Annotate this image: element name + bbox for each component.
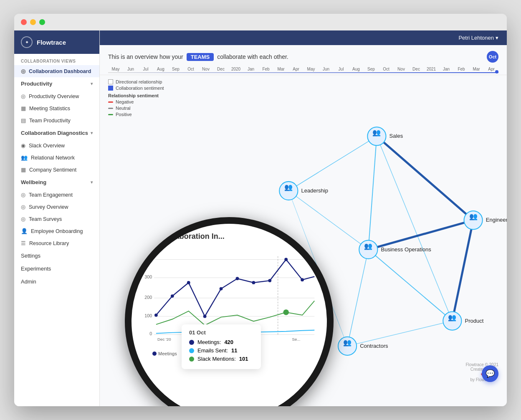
node-leadership-label: Leadership bbox=[301, 187, 328, 194]
timeline-line bbox=[108, 72, 498, 73]
sidebar-item-slack-overview[interactable]: ◉ Slack Overview bbox=[14, 139, 99, 152]
survey-overview-label: Survey Overview bbox=[29, 204, 68, 210]
sidebar-item-productivity-overview[interactable]: ◎ Productivity Overview bbox=[14, 90, 99, 102]
resource-library-label: Resource Library bbox=[29, 240, 69, 246]
content-area: This is an overview how your TEAMS colla… bbox=[100, 45, 507, 406]
meetings-dot-9 bbox=[284, 258, 288, 261]
chat-button[interactable]: 💬 bbox=[482, 365, 498, 382]
productivity-group-header[interactable]: Productivity ▾ bbox=[14, 77, 99, 90]
sidebar-item-survey-overview[interactable]: ◎ Survey Overview bbox=[14, 201, 99, 213]
user-menu-chevron: ▾ bbox=[496, 35, 498, 41]
timeline-months: MayJunJulAugSepOctNovDec2020JanFebMarApr… bbox=[108, 67, 498, 71]
edge-engineering-businessops-thick bbox=[368, 220, 473, 249]
timeline-month: Jun bbox=[123, 67, 138, 71]
maximize-button[interactable] bbox=[39, 19, 45, 25]
sidebar-item-team-engagement[interactable]: ◎ Team Engagement bbox=[14, 189, 99, 201]
traffic-lights bbox=[21, 19, 45, 25]
slack-overview-icon: ◉ bbox=[21, 142, 25, 149]
magnifier: Team Collaboration In... 400 300 200 100… bbox=[125, 217, 334, 406]
tooltip-meetings-dot bbox=[189, 340, 194, 345]
timeline-month: Jul bbox=[138, 67, 153, 71]
slack-overview-label: Slack Overview bbox=[29, 143, 65, 149]
employee-onboarding-label: Employee Onboarding bbox=[31, 228, 83, 234]
sidebar-item-meeting-statistics[interactable]: ▦ Meeting Statistics bbox=[14, 102, 99, 114]
close-button[interactable] bbox=[21, 19, 27, 25]
collab-dashboard-icon: ◎ bbox=[21, 68, 25, 74]
slack-highlight-dot bbox=[283, 309, 289, 315]
collab-diagnostics-chevron: ▾ bbox=[91, 131, 93, 135]
x-label-sep: Se... bbox=[292, 337, 301, 342]
meetings-dot-5 bbox=[220, 287, 223, 291]
magnifier-glass: Team Collaboration In... 400 300 200 100… bbox=[125, 217, 334, 406]
legend-collaboration-row: Collaboration sentiment bbox=[108, 86, 164, 91]
meeting-statistics-icon: ▦ bbox=[21, 105, 26, 111]
sidebar-item-company-sentiment[interactable]: ▦ Company Sentiment bbox=[14, 164, 99, 176]
settings-label: Settings bbox=[21, 253, 40, 259]
edge-engineering-product-thick bbox=[452, 220, 473, 321]
negative-label: Negative bbox=[116, 99, 134, 104]
sidebar-item-admin[interactable]: Admin bbox=[14, 275, 99, 288]
collab-diagnostics-group-header[interactable]: Collaboration Diagnostics ▾ bbox=[14, 127, 99, 139]
sidebar-item-relational-network[interactable]: 👥 Relational Network bbox=[14, 152, 99, 164]
timeline-month: Mar bbox=[273, 67, 288, 71]
timeline-month: Dec bbox=[409, 67, 424, 71]
legend-area: Directional relationship Collaboration s… bbox=[108, 79, 164, 118]
directional-checkbox[interactable] bbox=[108, 79, 113, 84]
minimize-button[interactable] bbox=[30, 19, 36, 25]
collab-diagnostics-label: Collaboration Diagnostics bbox=[21, 130, 88, 136]
legend-positive-row: Positive bbox=[108, 112, 164, 117]
meetings-line bbox=[156, 260, 314, 316]
overview-text-after: collaborate with each other. bbox=[217, 53, 288, 60]
edge-businessops-product bbox=[368, 250, 452, 321]
tooltip-slack-value: 101 bbox=[239, 356, 248, 362]
main-content: Petri Lehtonen ▾ This is an overview how… bbox=[100, 30, 507, 406]
timeline-month: May bbox=[108, 67, 123, 71]
sidebar-item-collab-dashboard[interactable]: ◎ Collaboration Dashboard bbox=[14, 65, 99, 77]
y-label-400: 400 bbox=[144, 256, 152, 261]
negative-dot bbox=[108, 101, 113, 103]
timeline-month: Sep bbox=[168, 67, 183, 71]
sidebar-item-settings[interactable]: Settings bbox=[14, 249, 99, 262]
sidebar-item-resource-library[interactable]: ☰ Resource Library bbox=[14, 237, 99, 249]
wellbeing-group-header[interactable]: Wellbeing ▾ bbox=[14, 176, 99, 189]
legend-negative-row: Negative bbox=[108, 99, 164, 104]
sidebar-item-team-productivity[interactable]: ▤ Team Productivity bbox=[14, 114, 99, 127]
team-surveys-icon: ◎ bbox=[21, 216, 25, 222]
timeline-month: Jul bbox=[334, 67, 349, 71]
collaboration-label: Collaboration sentiment bbox=[116, 86, 164, 91]
edge-businessops-contractors bbox=[347, 250, 368, 346]
timeline-month: Aug bbox=[349, 67, 364, 71]
app-body: ✦ Flowtrace COLLABORATION VIEWS ◎ Collab… bbox=[14, 30, 507, 406]
directional-label: Directional relationship bbox=[116, 79, 162, 84]
tooltip-emails-row: Emails Sent: 11 bbox=[189, 347, 253, 354]
timeline-bar: MayJunJulAugSepOctNovDec2020JanFebMarApr… bbox=[100, 65, 507, 75]
sidebar-item-team-surveys[interactable]: ◎ Team Surveys bbox=[14, 213, 99, 225]
productivity-overview-label: Productivity Overview bbox=[29, 94, 79, 99]
node-business-ops-icon: 👥 bbox=[364, 242, 373, 250]
timeline-month: Aug bbox=[153, 67, 168, 71]
user-menu[interactable]: Petri Lehtonen ▾ bbox=[458, 35, 498, 41]
sidebar-item-experiments[interactable]: Experiments bbox=[14, 262, 99, 275]
team-engagement-label: Team Engagement bbox=[29, 192, 73, 198]
tooltip-slack-row: Slack Mentions: 101 bbox=[189, 356, 253, 362]
node-sales-icon: 👥 bbox=[372, 129, 381, 137]
chat-icon: 💬 bbox=[486, 369, 495, 378]
productivity-label: Productivity bbox=[21, 81, 52, 87]
collaboration-checkbox[interactable] bbox=[108, 86, 113, 91]
company-sentiment-icon: ▦ bbox=[21, 167, 26, 173]
sidebar-item-employee-onboarding[interactable]: 👤 Employee Onboarding bbox=[14, 225, 99, 237]
sidebar-item-collab-dashboard-label: Collaboration Dashboard bbox=[29, 68, 91, 74]
tooltip-meetings-row: Meetings: 420 bbox=[189, 339, 253, 345]
y-label-0: 0 bbox=[149, 331, 152, 336]
teams-badge: TEAMS bbox=[187, 53, 214, 61]
team-engagement-icon: ◎ bbox=[21, 192, 25, 198]
timeline-month: Apr bbox=[484, 67, 498, 71]
sidebar-header: ✦ Flowtrace bbox=[14, 30, 99, 54]
relational-network-label: Relational Network bbox=[31, 155, 75, 161]
company-sentiment-label: Company Sentiment bbox=[29, 167, 76, 173]
node-sales-label: Sales bbox=[389, 133, 403, 139]
legend-meetings-label: Meetings bbox=[158, 351, 177, 356]
team-productivity-icon: ▤ bbox=[21, 117, 26, 124]
node-leadership-icon: 👥 bbox=[284, 183, 293, 191]
meetings-dot-2 bbox=[171, 294, 174, 298]
